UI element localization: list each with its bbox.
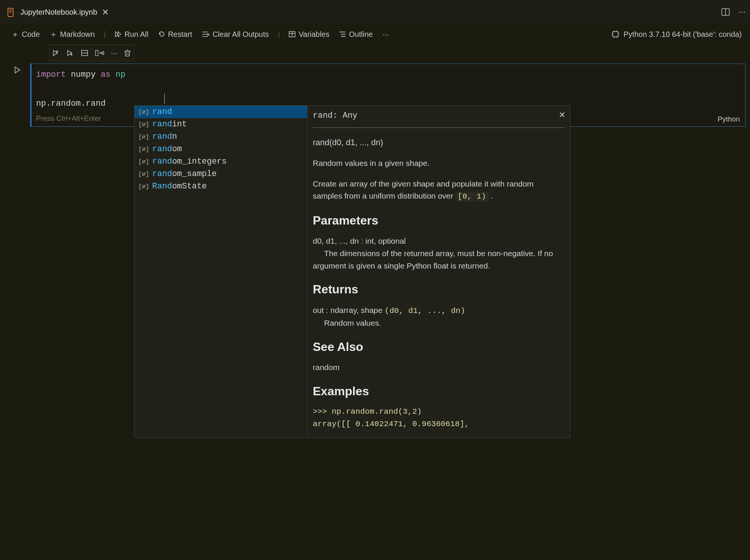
add-code-button[interactable]: ＋ Code — [8, 27, 43, 42]
notebook-file-icon — [8, 8, 16, 17]
divider: | — [278, 30, 280, 39]
code-text: np — [111, 70, 126, 79]
doc-inline-code: [0, 1) — [455, 191, 488, 202]
suggestion-list[interactable]: [⌀] rand [⌀] randint [⌀] randn [⌀] rando… — [135, 106, 308, 437]
symbol-icon: [⌀] — [138, 183, 149, 190]
keyword-import: import — [36, 70, 66, 79]
match-text: rand — [152, 169, 172, 179]
doc-description: Create an array of the given shape and p… — [313, 178, 565, 203]
keyword-as: as — [101, 70, 111, 79]
doc-header: rand: Any — [313, 109, 565, 128]
symbol-icon: [⌀] — [138, 146, 149, 153]
cell-language-label[interactable]: Python — [718, 115, 740, 123]
rest-text: omState — [172, 182, 207, 191]
run-all-label: Run All — [124, 30, 148, 39]
doc-text: out : ndarray, shape — [313, 306, 385, 314]
run-all-button[interactable]: Run All — [112, 28, 151, 41]
divider: | — [104, 30, 106, 39]
doc-signature: rand(d0, d1, ..., dn) — [313, 136, 565, 149]
suggestion-item[interactable]: [⌀] rand — [135, 106, 307, 118]
toolbar-more-icon[interactable]: ··· — [380, 28, 392, 41]
notebook-toolbar: ＋ Code ＋ Markdown | Run All Restart Clea… — [0, 24, 750, 45]
more-actions-icon[interactable]: ··· — [739, 7, 745, 17]
split-cell-icon[interactable] — [81, 50, 88, 56]
match-text: rand — [152, 157, 172, 166]
svg-rect-2 — [9, 12, 12, 12]
clear-outputs-button[interactable]: Clear All Outputs — [199, 28, 272, 41]
restart-button[interactable]: Restart — [155, 28, 195, 41]
kernel-selector[interactable]: Python 3.7.10 64-bit ('base': conda) — [611, 30, 742, 39]
delete-cell-icon[interactable] — [124, 49, 131, 57]
suggestion-item[interactable]: [⌀] random_integers — [135, 155, 307, 168]
match-text: rand — [152, 144, 172, 154]
run-cell-icon[interactable] — [14, 66, 21, 127]
cell-toolbar: ··· — [49, 45, 134, 61]
symbol-icon: [⌀] — [138, 108, 149, 116]
doc-text: Create an array of the given shape and p… — [313, 179, 533, 200]
split-editor-icon[interactable] — [721, 8, 730, 16]
run-by-line-icon[interactable] — [52, 50, 60, 56]
tab-close-icon[interactable]: ✕ — [102, 8, 109, 17]
doc-heading-examples: Examples — [313, 382, 565, 401]
code-label: Code — [22, 30, 40, 39]
ellipsis-icon[interactable]: ··· — [111, 49, 117, 58]
clear-outputs-icon — [202, 31, 209, 37]
file-tab[interactable]: JupyterNotebook.ipynb ✕ — [0, 0, 116, 24]
documentation-panel[interactable]: ✕ rand: Any rand(d0, d1, ..., dn) Random… — [308, 106, 570, 437]
restart-icon — [158, 31, 165, 38]
kernel-icon — [611, 30, 620, 38]
clear-outputs-label: Clear All Outputs — [212, 30, 269, 39]
suggestion-item[interactable]: [⌀] random — [135, 143, 307, 155]
tab-title: JupyterNotebook.ipynb — [20, 8, 97, 17]
run-gutter — [5, 64, 30, 127]
outline-icon — [339, 31, 346, 37]
tab-bar: JupyterNotebook.ipynb ✕ ··· — [0, 0, 750, 24]
doc-inline-code: (d0, d1, ..., dn) — [385, 307, 465, 315]
doc-heading-parameters: Parameters — [313, 211, 565, 230]
close-icon[interactable]: ✕ — [559, 109, 565, 121]
plus-icon: ＋ — [50, 29, 57, 39]
svg-rect-27 — [95, 50, 98, 56]
symbol-icon: [⌀] — [138, 121, 149, 128]
autocomplete-widget: [⌀] rand [⌀] randint [⌀] randn [⌀] rando… — [134, 105, 570, 438]
variables-icon — [289, 31, 295, 37]
suggestion-item[interactable]: [⌀] random_sample — [135, 168, 307, 180]
code-text: np.random.rand — [36, 99, 106, 108]
svg-rect-28 — [103, 52, 104, 55]
outline-label: Outline — [349, 30, 373, 39]
doc-heading-returns: Returns — [313, 280, 565, 299]
plus-icon: ＋ — [11, 29, 19, 39]
run-all-icon — [115, 31, 121, 38]
rest-text: om_integers — [172, 157, 227, 166]
markdown-label: Markdown — [60, 30, 95, 39]
match-text: rand — [152, 107, 172, 117]
suggestion-item[interactable]: [⌀] randn — [135, 131, 307, 143]
rest-text: n — [172, 132, 177, 141]
symbol-icon: [⌀] — [138, 170, 149, 178]
suggestion-item[interactable]: [⌀] randint — [135, 118, 307, 131]
doc-example-line: array([[ 0.14022471, 0.96360618], — [313, 418, 565, 431]
match-text: rand — [152, 132, 172, 141]
doc-param-desc: The dimensions of the returned array, mu… — [313, 247, 565, 272]
svg-rect-1 — [9, 10, 12, 11]
text-cursor — [164, 94, 165, 104]
svg-rect-16 — [613, 32, 618, 37]
doc-text: . — [488, 191, 493, 200]
rest-text: om_sample — [172, 169, 217, 179]
rest-text: int — [172, 120, 187, 129]
code-text: numpy — [66, 70, 100, 79]
doc-heading-seealso: See Also — [313, 338, 565, 357]
symbol-icon: [⌀] — [138, 133, 149, 141]
symbol-icon: [⌀] — [138, 158, 149, 165]
rest-text: om — [172, 144, 182, 154]
execute-cell-icon[interactable] — [67, 50, 74, 56]
suggestion-item[interactable]: [⌀] RandomState — [135, 180, 307, 193]
add-markdown-button[interactable]: ＋ Markdown — [47, 27, 98, 42]
doc-example-line: >>> np.random.rand(3,2) — [313, 406, 565, 418]
doc-summary: Random values in a given shape. — [313, 157, 565, 170]
outline-button[interactable]: Outline — [336, 28, 376, 41]
doc-return-type: out : ndarray, shape (d0, d1, ..., dn) — [313, 304, 565, 317]
kernel-label: Python 3.7.10 64-bit ('base': conda) — [623, 30, 742, 39]
variables-button[interactable]: Variables — [286, 28, 332, 41]
more-cell-actions-icon[interactable] — [95, 50, 104, 56]
